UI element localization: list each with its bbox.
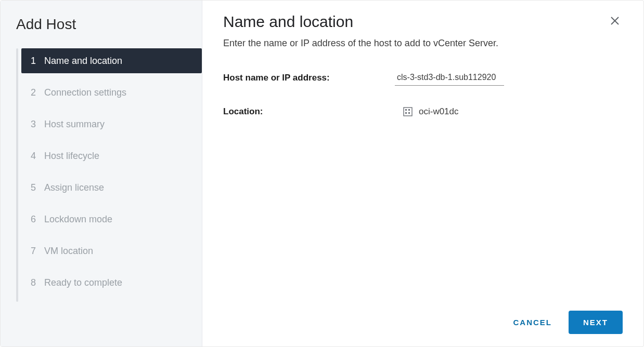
step-lockdown-mode[interactable]: 6 Lockdown mode	[16, 207, 202, 232]
datacenter-icon	[403, 107, 413, 116]
step-label: Host summary	[44, 119, 105, 130]
location-value: oci-w01dc	[395, 106, 459, 117]
svg-rect-2	[404, 108, 412, 116]
step-number: 4	[31, 151, 41, 162]
step-ready-to-complete[interactable]: 8 Ready to complete	[16, 270, 202, 295]
wizard-title: Add Host	[1, 13, 202, 48]
step-number: 8	[31, 277, 41, 288]
location-row: Location: oci-w01dc	[223, 106, 623, 117]
cancel-button[interactable]: CANCEL	[508, 312, 557, 333]
svg-rect-4	[408, 109, 410, 111]
step-connection-settings[interactable]: 2 Connection settings	[16, 80, 202, 105]
step-number: 6	[31, 214, 41, 225]
step-label: Connection settings	[44, 87, 126, 98]
location-label: Location:	[223, 106, 395, 117]
page-subtitle: Enter the name or IP address of the host…	[223, 38, 623, 49]
step-label: Ready to complete	[44, 277, 122, 288]
close-button[interactable]	[607, 13, 623, 31]
next-button[interactable]: NEXT	[569, 311, 623, 334]
step-label: VM location	[44, 246, 93, 257]
wizard-footer: CANCEL NEXT	[223, 311, 623, 334]
host-name-input[interactable]	[395, 70, 504, 86]
step-assign-license[interactable]: 5 Assign license	[16, 175, 202, 200]
add-host-wizard: Add Host 1 Name and location 2 Connectio…	[0, 0, 644, 347]
host-label: Host name or IP address:	[223, 73, 395, 83]
page-title: Name and location	[223, 13, 353, 31]
step-label: Name and location	[44, 56, 122, 66]
svg-rect-5	[405, 112, 407, 114]
svg-rect-3	[405, 109, 407, 111]
host-row: Host name or IP address:	[223, 70, 623, 86]
step-label: Assign license	[44, 182, 104, 193]
step-number: 1	[31, 56, 41, 66]
step-label: Host lifecycle	[44, 151, 99, 162]
wizard-steps: 1 Name and location 2 Connection setting…	[16, 48, 202, 302]
step-number: 3	[31, 119, 41, 130]
svg-rect-6	[408, 112, 410, 114]
step-name-and-location[interactable]: 1 Name and location	[21, 48, 202, 73]
step-host-summary[interactable]: 3 Host summary	[16, 112, 202, 137]
wizard-sidebar: Add Host 1 Name and location 2 Connectio…	[1, 1, 202, 346]
step-host-lifecycle[interactable]: 4 Host lifecycle	[16, 143, 202, 168]
step-number: 2	[31, 87, 41, 98]
wizard-content: Name and location Enter the name or IP a…	[202, 1, 643, 346]
step-number: 7	[31, 246, 41, 257]
step-label: Lockdown mode	[44, 214, 112, 225]
location-text: oci-w01dc	[419, 106, 459, 117]
step-number: 5	[31, 182, 41, 193]
step-vm-location[interactable]: 7 VM location	[16, 238, 202, 263]
content-header: Name and location	[223, 13, 623, 38]
close-icon	[610, 16, 620, 25]
